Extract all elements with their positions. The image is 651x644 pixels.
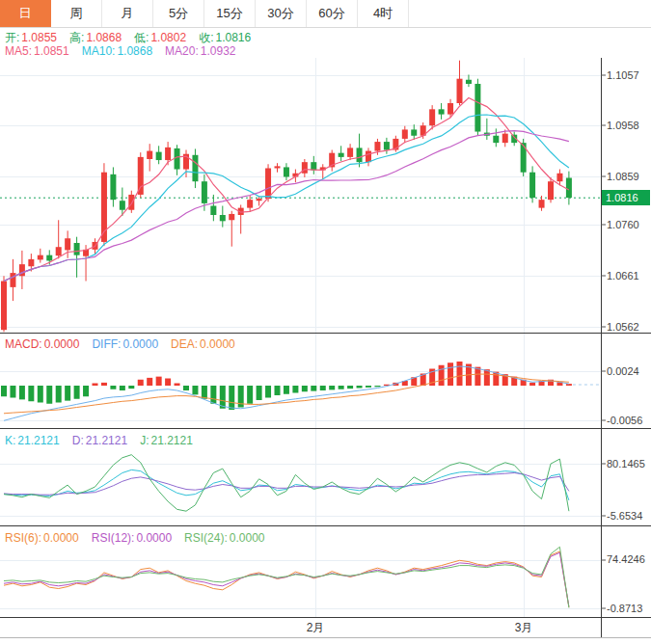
timeframe-tabbar: 日 周 月 5分 15分 30分 60分 4时: [0, 0, 651, 28]
k-value: 21.2121: [17, 434, 59, 447]
ma20-label: MA20:: [165, 44, 199, 58]
tab-30min[interactable]: 30分: [256, 0, 307, 27]
kdj-readout: K:21.2121 D:21.2121 J:21.2121: [5, 434, 195, 447]
rsi6-value: 0.0000: [43, 531, 79, 545]
rsi6-label: RSI(6):: [5, 531, 41, 545]
rsi-readout: RSI(6):0.0000 RSI(12):0.0000 RSI(24):0.0…: [5, 531, 267, 545]
kdj-y-tick-1: -5.6534: [607, 510, 642, 522]
j-label: J:: [140, 434, 149, 447]
tab-day[interactable]: 日: [0, 0, 51, 27]
rsi12-label: RSI(12):: [92, 531, 135, 545]
tab-15min[interactable]: 15分: [204, 0, 256, 27]
main-y-tick-1: 1.0958: [607, 120, 639, 131]
j-value: 21.2121: [150, 434, 192, 447]
tab-60min[interactable]: 60分: [307, 0, 358, 27]
close-value: 1.0816: [215, 31, 251, 44]
dea-value: 0.0000: [200, 337, 235, 351]
rsi24-value: 0.0000: [230, 531, 265, 545]
k-label: K:: [5, 434, 15, 447]
rsi-y-tick-0: 74.4246: [607, 553, 645, 565]
open-label: 开:: [5, 31, 19, 44]
d-label: D:: [72, 434, 84, 447]
low-value: 1.0802: [150, 31, 186, 44]
tab-month[interactable]: 月: [102, 0, 153, 27]
rsi24-label: RSI(24):: [184, 531, 228, 545]
macd-label: MACD:: [5, 337, 42, 351]
ma-readout: MA5:1.0851 MA10:1.0868 MA20:1.0932: [5, 44, 238, 58]
main-y-tick-0: 1.1057: [607, 69, 639, 81]
diff-value: 0.0000: [122, 337, 158, 351]
main-y-tick-3: 1.0760: [607, 219, 639, 230]
diff-label: DIFF:: [92, 337, 121, 351]
chart-canvas[interactable]: 1.1057 1.0958 1.0859 1.0760 1.0661 1.056…: [0, 0, 651, 644]
tab-week[interactable]: 周: [51, 0, 102, 27]
trading-chart-app: 日 周 月 5分 15分 30分 60分 4时 开:1.0855 高:1.086…: [0, 0, 651, 644]
ma10-value: 1.0868: [117, 44, 152, 58]
macd-value: 0.0000: [44, 337, 80, 351]
close-label: 收:: [199, 31, 213, 44]
main-y-tick-2: 1.0859: [607, 171, 639, 182]
rsi12-value: 0.0000: [136, 531, 172, 545]
tab-4hour[interactable]: 4时: [358, 0, 409, 27]
x-axis-label-feb: 2月: [307, 621, 325, 634]
high-value: 1.0868: [86, 31, 122, 44]
kdj-y-tick-0: 80.1465: [607, 458, 645, 470]
d-value: 21.2121: [86, 434, 127, 447]
low-label: 低:: [134, 31, 149, 44]
ma10-label: MA10:: [82, 44, 116, 58]
main-y-tick-4: 1.0661: [607, 270, 639, 282]
ma5-label: MA5:: [5, 44, 32, 58]
macd-y-tick-0: 0.0024: [607, 365, 639, 377]
dea-label: DEA:: [171, 337, 198, 351]
macd-readout: MACD:0.0000 DIFF:0.0000 DEA:0.0000: [5, 337, 237, 351]
high-label: 高:: [69, 31, 84, 44]
tab-5min[interactable]: 5分: [153, 0, 204, 27]
ohlc-readout: 开:1.0855 高:1.0868 低:1.0802 收:1.0816: [5, 31, 253, 44]
macd-y-tick-1: -0.0056: [607, 415, 642, 426]
rsi-y-tick-1: -0.8713: [607, 603, 642, 614]
last-price-tag-text: 1.0816: [606, 192, 638, 203]
x-axis-label-mar: 3月: [515, 621, 533, 634]
ma5-value: 1.0851: [34, 44, 69, 58]
ma20-value: 1.0932: [201, 44, 236, 58]
open-value: 1.0855: [21, 31, 57, 44]
main-y-tick-5: 1.0562: [607, 321, 639, 333]
